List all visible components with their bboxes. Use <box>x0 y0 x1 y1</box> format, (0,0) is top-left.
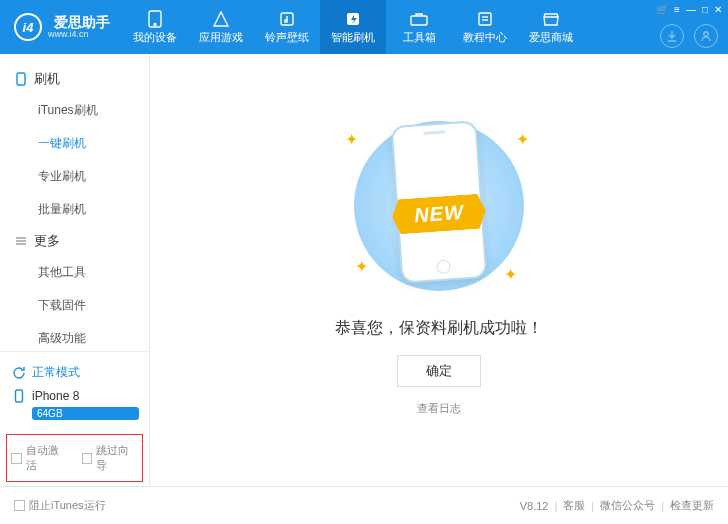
nav-label: 我的设备 <box>133 30 177 45</box>
nav-label: 铃声壁纸 <box>265 30 309 45</box>
apps-icon <box>211 10 231 28</box>
sidebar-section-more: 更多 <box>0 226 149 256</box>
nav-label: 智能刷机 <box>331 30 375 45</box>
device-info[interactable]: iPhone 8 <box>10 385 139 407</box>
brand-name: 爱思助手 <box>54 15 110 29</box>
checkbox-label: 自动激活 <box>26 443 68 473</box>
close-button[interactable]: ✕ <box>714 4 722 15</box>
ok-button[interactable]: 确定 <box>397 355 481 387</box>
window-controls: 🛒 ≡ — □ ✕ <box>656 4 722 15</box>
sidebar-section-flash: 刷机 <box>0 64 149 94</box>
checkbox-icon <box>11 453 22 464</box>
separator: | <box>554 500 557 512</box>
phone-icon <box>145 10 165 28</box>
sidebar-item-download-firmware[interactable]: 下载固件 <box>0 289 149 322</box>
download-button[interactable] <box>660 24 684 48</box>
svg-rect-5 <box>411 16 427 25</box>
sidebar-item-other-tools[interactable]: 其他工具 <box>0 256 149 289</box>
status-bar: 阻止iTunes运行 V8.12 | 客服 | 微信公众号 | 检查更新 <box>0 486 728 524</box>
sparkle-icon: ✦ <box>504 265 517 284</box>
checkbox-icon <box>14 500 25 511</box>
sparkle-icon: ✦ <box>355 257 368 276</box>
sidebar-item-advanced[interactable]: 高级功能 <box>0 322 149 351</box>
nav-label: 爱思商城 <box>529 30 573 45</box>
music-icon <box>277 10 297 28</box>
mode-text: 正常模式 <box>32 364 80 381</box>
minimize-button[interactable]: — <box>686 4 696 15</box>
nav-label: 工具箱 <box>403 30 436 45</box>
refresh-icon <box>12 366 26 380</box>
update-link[interactable]: 检查更新 <box>670 498 714 513</box>
svg-point-3 <box>285 19 288 22</box>
logo-mark-icon: i4 <box>14 13 42 41</box>
nav-label: 教程中心 <box>463 30 507 45</box>
nav-label: 应用游戏 <box>199 30 243 45</box>
success-illustration: ✦ ✦ ✦ ✦ NEW <box>319 102 559 302</box>
sidebar-item-batch-flash[interactable]: 批量刷机 <box>0 193 149 226</box>
section-title: 更多 <box>34 232 60 250</box>
store-icon <box>541 10 561 28</box>
toolbox-icon <box>409 10 429 28</box>
nav-tutorials[interactable]: 教程中心 <box>452 0 518 54</box>
nav-flash[interactable]: 智能刷机 <box>320 0 386 54</box>
svg-rect-6 <box>479 13 491 25</box>
list-icon <box>14 234 28 248</box>
sparkle-icon: ✦ <box>345 130 358 149</box>
device-mode[interactable]: 正常模式 <box>10 360 139 385</box>
support-link[interactable]: 客服 <box>563 498 585 513</box>
storage-badge: 64GB <box>32 407 139 420</box>
device-icon <box>14 72 28 86</box>
nav-store[interactable]: 爱思商城 <box>518 0 584 54</box>
success-message: 恭喜您，保资料刷机成功啦！ <box>335 318 543 339</box>
sparkle-icon: ✦ <box>516 130 529 149</box>
phone-icon <box>12 389 26 403</box>
view-log-link[interactable]: 查看日志 <box>417 401 461 416</box>
sidebar-item-itunes-flash[interactable]: iTunes刷机 <box>0 94 149 127</box>
sidebar-item-oneclick-flash[interactable]: 一键刷机 <box>0 127 149 160</box>
sidebar: 刷机 iTunes刷机 一键刷机 专业刷机 批量刷机 更多 其他工具 下载固件 … <box>0 54 150 486</box>
svg-rect-14 <box>16 390 23 402</box>
cart-icon[interactable]: 🛒 <box>656 4 668 15</box>
top-nav: 我的设备 应用游戏 铃声壁纸 智能刷机 工具箱 教程中心 爱思商城 <box>122 0 584 54</box>
separator: | <box>661 500 664 512</box>
checkbox-auto-activate[interactable]: 自动激活 <box>11 443 68 473</box>
wechat-link[interactable]: 微信公众号 <box>600 498 655 513</box>
svg-point-9 <box>704 32 708 36</box>
svg-rect-0 <box>149 11 161 27</box>
app-header: i4 爱思助手 www.i4.cn 我的设备 应用游戏 铃声壁纸 智能刷机 工具… <box>0 0 728 54</box>
nav-toolbox[interactable]: 工具箱 <box>386 0 452 54</box>
user-button[interactable] <box>694 24 718 48</box>
device-name: iPhone 8 <box>32 389 79 403</box>
menu-icon[interactable]: ≡ <box>674 4 680 15</box>
svg-point-1 <box>154 23 156 25</box>
version-text: V8.12 <box>520 500 549 512</box>
maximize-button[interactable]: □ <box>702 4 708 15</box>
section-title: 刷机 <box>34 70 60 88</box>
checkbox-label: 跳过向导 <box>96 443 138 473</box>
checkbox-label: 阻止iTunes运行 <box>29 498 106 513</box>
logo: i4 爱思助手 www.i4.cn <box>0 13 122 41</box>
options-highlight-box: 自动激活 跳过向导 <box>6 434 143 482</box>
checkbox-skip-guide[interactable]: 跳过向导 <box>82 443 139 473</box>
nav-apps[interactable]: 应用游戏 <box>188 0 254 54</box>
svg-rect-10 <box>17 73 25 85</box>
checkbox-icon <box>82 453 93 464</box>
nav-ringtones[interactable]: 铃声壁纸 <box>254 0 320 54</box>
nav-my-device[interactable]: 我的设备 <box>122 0 188 54</box>
flash-icon <box>343 10 363 28</box>
new-ribbon: NEW <box>391 193 487 234</box>
book-icon <box>475 10 495 28</box>
separator: | <box>591 500 594 512</box>
sidebar-item-pro-flash[interactable]: 专业刷机 <box>0 160 149 193</box>
brand-sub: www.i4.cn <box>48 29 110 40</box>
header-actions <box>660 24 718 48</box>
main-content: ✦ ✦ ✦ ✦ NEW 恭喜您，保资料刷机成功啦！ 确定 查看日志 <box>150 54 728 486</box>
checkbox-block-itunes[interactable]: 阻止iTunes运行 <box>14 498 106 513</box>
